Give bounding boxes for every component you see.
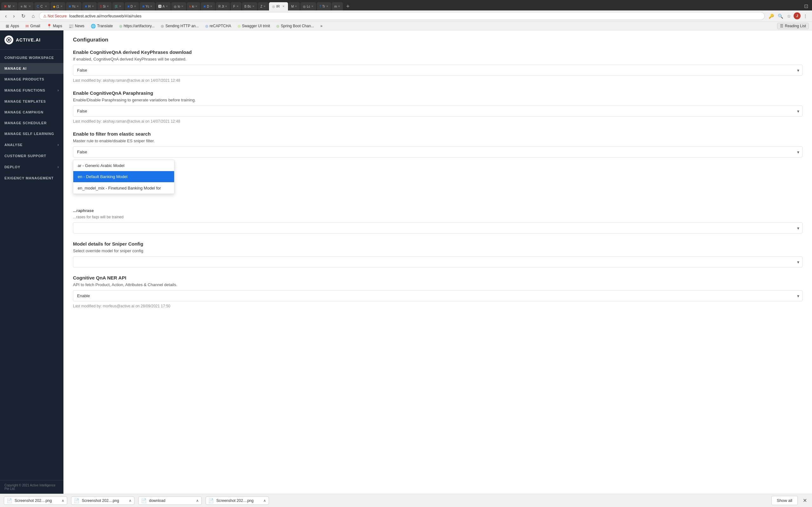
section-elastic-search: Enable to filter from elastic search Mas… xyxy=(73,131,803,158)
sidebar-item-manage-ai[interactable]: MANAGE AI xyxy=(0,63,63,74)
sidebar-item-manage-self-learning[interactable]: MANAGE SELF LEARNING xyxy=(0,128,63,139)
browser-tab-18[interactable]: Z✕ xyxy=(258,2,268,10)
browser-tab-5[interactable]: ✖Yc✕ xyxy=(66,2,82,10)
nav-back-button[interactable]: ‹ xyxy=(3,12,9,20)
dropdown-popup: ar - Generic Arabic Model en - Default B… xyxy=(73,160,174,194)
download-bar: 📄 Screenshot 202....png ∧ 📄 Screenshot 2… xyxy=(0,494,812,507)
section-paraphrasing-title: Enable CognitiveQnA Paraphrasing xyxy=(73,90,803,96)
bookmark-gmail[interactable]: ✉ Gmail xyxy=(23,23,43,29)
spring-icon: ◎ xyxy=(276,24,280,28)
browser-tab-8[interactable]: [E✕ xyxy=(112,2,124,10)
sidebar-item-manage-scheduler[interactable]: MANAGE SCHEDULER xyxy=(0,118,63,128)
browser-tab-11[interactable]: AA✕ xyxy=(156,2,171,10)
browser-tab-9[interactable]: ✖D✕ xyxy=(125,2,139,10)
download-item-1[interactable]: 📄 Screenshot 202....png ∧ xyxy=(4,497,67,505)
sidebar-item-analyse[interactable]: ANALYSE › xyxy=(0,139,63,151)
bookmark-news-label: News xyxy=(75,24,84,28)
nav-home-button[interactable]: ⌂ xyxy=(30,12,37,20)
sidebar-item-exigency-management[interactable]: EXIGENCY MANAGEMENT xyxy=(0,173,63,183)
bookmark-maps[interactable]: 📍 Maps xyxy=(44,23,65,29)
sidebar-item-deploy[interactable]: DEPLOY › xyxy=(0,161,63,173)
browser-tab-22[interactable]: TTr✕ xyxy=(317,2,331,10)
bookmark-translate[interactable]: 🌐 Translate xyxy=(88,23,115,29)
sidebar-item-manage-products[interactable]: MANAGE PRODUCTS xyxy=(0,74,63,84)
nav-bookmark-button[interactable]: ☆ xyxy=(786,12,792,20)
download-item-3[interactable]: 📄 download ∧ xyxy=(138,497,202,505)
browser-tab-2[interactable]: ≡ht✕ xyxy=(18,2,33,10)
browser-tab-12[interactable]: ◎lo✕ xyxy=(171,2,186,10)
browser-tab-10[interactable]: ✖Yc✕ xyxy=(140,2,155,10)
section-sniper-title: Model details for Sniper Config xyxy=(73,241,803,246)
nav-search-button[interactable]: 🔍 xyxy=(776,12,784,20)
nav-more-button[interactable]: ⋮ xyxy=(802,12,809,20)
nav-key-button[interactable]: 🔑 xyxy=(767,12,775,20)
bookmark-translate-label: Translate xyxy=(97,24,113,28)
bookmark-artifactory[interactable]: ◎ https://artifactory... xyxy=(117,23,157,29)
download-name-1: Screenshot 202....png xyxy=(14,498,59,503)
swagger-icon: ◎ xyxy=(238,24,241,28)
download-arrow-2[interactable]: ∧ xyxy=(129,498,132,503)
browser-menu-button[interactable]: ⊡ xyxy=(802,2,811,10)
browser-tab-4[interactable]: ◆(1✕ xyxy=(50,2,65,10)
download-item-4[interactable]: 📄 Screenshot 202....png ∧ xyxy=(206,497,269,505)
dropdown-item-en-model-mix[interactable]: en_model_mix - Finetuned Banking Model f… xyxy=(73,182,174,193)
elastic-select-wrapper: False True ▾ xyxy=(73,147,803,158)
sidebar-item-customer-support[interactable]: CUSTOMER SUPPORT xyxy=(0,151,63,161)
bookmark-more[interactable]: » xyxy=(318,23,325,29)
bookmark-news[interactable]: 📰 News xyxy=(66,23,87,29)
paraphrasing-select[interactable]: False True xyxy=(73,106,803,117)
sidebar-item-manage-campaign[interactable]: MANAGE CAMPAIGN xyxy=(0,107,63,118)
show-all-button[interactable]: Show all xyxy=(771,496,798,505)
browser-tab-23[interactable]: m✕ xyxy=(332,2,343,10)
dropdown-item-ar[interactable]: ar - Generic Arabic Model xyxy=(73,160,174,171)
browser-tab-1[interactable]: ✖M✕ xyxy=(1,2,17,10)
bookmark-apps[interactable]: ⊞ Apps xyxy=(3,23,21,29)
browser-tab-17[interactable]: BBc✕ xyxy=(242,2,257,10)
browser-tab-15[interactable]: RJt✕ xyxy=(216,2,230,10)
nav-reload-button[interactable]: ↻ xyxy=(19,12,27,20)
address-bar[interactable]: ⚠ Not Secure loadtest.active.ai/morfeusw… xyxy=(39,12,765,20)
reading-list-button[interactable]: ☰ Reading List xyxy=(777,23,809,29)
ner-modified: Last modified by: morfeus@active.ai on 2… xyxy=(73,304,803,308)
browser-tab-7[interactable]: SSi✕ xyxy=(97,2,112,10)
new-tab-button[interactable]: + xyxy=(344,3,352,10)
download-arrow-1[interactable]: ∧ xyxy=(61,498,64,503)
bookmark-swagger[interactable]: ◎ Swagger UI trinit xyxy=(235,23,273,29)
nav-profile-button[interactable]: J xyxy=(794,12,801,19)
browser-tab-16[interactable]: F✕ xyxy=(231,2,241,10)
browser-tab-active[interactable]: ◎IR ✕ xyxy=(269,2,288,10)
section-ner-desc: API to fetch Product, Action, Attributes… xyxy=(73,282,803,287)
download-arrow-4[interactable]: ∧ xyxy=(263,498,266,503)
sniper-select[interactable] xyxy=(73,257,803,268)
sidebar-copyright: Copyright © 2021 Active Intelligence Pte… xyxy=(0,480,63,494)
dropdown-item-en-default[interactable]: en - Default Banking Model xyxy=(73,171,174,182)
section-sniper-config: Model details for Sniper Config Select o… xyxy=(73,241,803,268)
bookmark-http[interactable]: ◎ Sending HTTP an... xyxy=(158,23,201,29)
sidebar-item-configure-workspace[interactable]: CONFIGURE WORKSPACE xyxy=(0,52,63,63)
browser-tab-6[interactable]: ✖H✕ xyxy=(82,2,96,10)
bookmark-recaptcha[interactable]: ◎ reCAPTCHA xyxy=(203,23,234,29)
section-cognitive-ner: Cognitive QnA NER API API to fetch Produ… xyxy=(73,275,803,308)
browser-tab-13[interactable]: kki✕ xyxy=(187,2,200,10)
download-icon-3: 📄 xyxy=(141,498,147,503)
recaptcha-icon: ◎ xyxy=(205,24,208,28)
ner-select[interactable]: Enable Disable xyxy=(73,290,803,301)
download-arrow-3[interactable]: ∧ xyxy=(196,498,199,503)
download-bar-close-button[interactable]: ✕ xyxy=(802,496,808,505)
browser-tab-14[interactable]: ✖D✕ xyxy=(201,2,215,10)
browser-tab-21[interactable]: ◎Lc✕ xyxy=(300,2,316,10)
enable-paraphrase-select[interactable] xyxy=(73,222,803,233)
bookmark-spring[interactable]: ◎ Spring Boot Chan... xyxy=(274,23,316,29)
news-icon: 📰 xyxy=(68,24,73,29)
warning-icon: ⚠ xyxy=(43,14,47,18)
nav-forward-button[interactable]: › xyxy=(11,12,16,20)
elastic-select[interactable]: False True xyxy=(73,147,803,158)
keyphrases-select[interactable]: False True xyxy=(73,65,803,76)
sidebar-item-manage-functions[interactable]: MANAGE FUNCTIONS › xyxy=(0,84,63,96)
paraphrasing-modified: Last modified by: akshay.raman@active.ai… xyxy=(73,119,803,124)
download-item-2[interactable]: 📄 Screenshot 202....png ∧ xyxy=(71,497,135,505)
browser-tab-20[interactable]: M✕ xyxy=(289,2,300,10)
sidebar-item-manage-templates[interactable]: MANAGE TEMPLATES xyxy=(0,96,63,107)
browser-tab-3[interactable]: CC✕ xyxy=(34,2,50,10)
analyse-chevron: › xyxy=(57,143,59,147)
